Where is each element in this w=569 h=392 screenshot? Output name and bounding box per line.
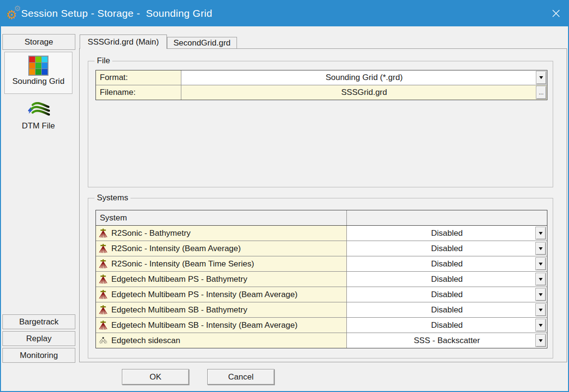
system-mode-value: Disabled <box>431 259 462 269</box>
file-group-title: File <box>95 56 112 66</box>
bargetrack-label: Bargetrack <box>19 317 59 327</box>
system-name: Edgetech Multibeam SB - Bathymetry <box>111 305 247 315</box>
system-mode-select[interactable]: Disabled <box>347 302 547 317</box>
system-mode-select[interactable]: Disabled <box>347 287 547 302</box>
multibeam-icon <box>98 228 108 238</box>
table-row: Edgetech sidescan SSS - Backscatter <box>96 333 547 348</box>
system-mode-select[interactable]: SSS - Backscatter <box>347 333 547 348</box>
system-cell: R2Sonic - Intensity (Beam Average) <box>96 241 347 256</box>
close-button[interactable] <box>549 6 563 21</box>
gears-icon: ⚙ ⚙ <box>6 4 22 23</box>
dropdown-button[interactable] <box>535 273 546 286</box>
system-mode-value: Disabled <box>431 290 462 300</box>
system-name: Edgetech sidescan <box>111 336 180 346</box>
dropdown-button[interactable] <box>535 257 546 270</box>
ok-button[interactable]: OK <box>122 369 189 385</box>
replay-label: Replay <box>26 334 52 344</box>
system-cell: Edgetech Multibeam SB - Intensity (Beam … <box>96 318 347 333</box>
filename-value: SSSGrid.grd <box>341 88 387 97</box>
multibeam-icon <box>98 243 108 254</box>
chevron-down-icon <box>539 339 543 342</box>
cancel-label: Cancel <box>228 372 254 382</box>
tab-secondgrid[interactable]: SecondGrid.grd <box>167 37 237 49</box>
table-row: R2Sonic - Intensity (Beam Time Series) D… <box>96 256 547 271</box>
file-table: Format: Sounding Grid (*.grd) Filename: … <box>95 70 547 100</box>
filename-row: Filename: SSSGrid.grd ... <box>96 85 547 100</box>
sidebar-item-dtm-file[interactable]: DTM File <box>4 97 72 137</box>
ok-label: OK <box>150 372 162 382</box>
cancel-button[interactable]: Cancel <box>207 369 274 385</box>
dropdown-button[interactable] <box>535 227 546 240</box>
sidebar-item-sounding-grid[interactable]: Sounding Grid <box>4 52 72 94</box>
system-cell: R2Sonic - Intensity (Beam Time Series) <box>96 256 347 271</box>
dropdown-button[interactable] <box>535 319 546 332</box>
titlebar: ⚙ ⚙ Session Setup - Storage - Sounding G… <box>0 0 569 26</box>
filename-field[interactable]: SSSGrid.grd ... <box>181 85 547 100</box>
tab-sssgrid-main[interactable]: SSSGrid.grd (Main) <box>80 35 167 49</box>
sidebar-button-replay[interactable]: Replay <box>2 331 75 346</box>
sidebar-item-label: DTM File <box>4 121 72 131</box>
sidebar-item-label: Sounding Grid <box>5 77 72 86</box>
sidescan-icon <box>98 335 108 346</box>
format-dropdown-button[interactable] <box>536 71 546 84</box>
filename-label: Filename: <box>96 85 181 100</box>
system-mode-select[interactable]: Disabled <box>347 272 547 287</box>
system-cell: Edgetech Multibeam SB - Bathymetry <box>96 302 347 317</box>
system-name: R2Sonic - Bathymetry <box>111 229 190 238</box>
system-cell: R2Sonic - Bathymetry <box>96 226 347 241</box>
system-mode-select[interactable]: Disabled <box>347 256 547 271</box>
system-cell: Edgetech sidescan <box>96 333 347 348</box>
system-mode-select[interactable]: Disabled <box>347 226 547 241</box>
tab-label: SSSGrid.grd (Main) <box>88 37 159 47</box>
sounding-grid-icon <box>28 56 48 76</box>
system-name: Edgetech Multibeam PS - Intensity (Beam … <box>111 290 297 300</box>
table-row: Edgetech Multibeam PS - Intensity (Beam … <box>96 287 547 302</box>
system-mode-value: Disabled <box>431 305 462 315</box>
dropdown-button[interactable] <box>535 242 546 255</box>
system-mode-value: Disabled <box>431 275 462 284</box>
format-value: Sounding Grid (*.grd) <box>326 73 403 82</box>
system-mode-select[interactable]: Disabled <box>347 318 547 333</box>
dropdown-button[interactable] <box>535 288 546 301</box>
systems-table-header: System <box>96 210 547 226</box>
tab-label: SecondGrid.grd <box>173 38 230 48</box>
monitoring-label: Monitoring <box>20 351 58 360</box>
chevron-down-icon <box>539 76 543 79</box>
table-row: R2Sonic - Bathymetry Disabled <box>96 226 547 241</box>
system-column-header: System <box>96 210 347 225</box>
dropdown-button[interactable] <box>535 334 546 347</box>
table-row: R2Sonic - Intensity (Beam Average) Disab… <box>96 241 547 256</box>
sidebar-button-bargetrack[interactable]: Bargetrack <box>2 314 75 329</box>
chevron-down-icon <box>539 309 543 311</box>
table-row: Edgetech Multibeam PS - Bathymetry Disab… <box>96 271 547 287</box>
chevron-down-icon <box>539 247 543 250</box>
multibeam-icon <box>98 305 108 315</box>
table-row: Edgetech Multibeam SB - Bathymetry Disab… <box>96 302 547 317</box>
close-icon <box>552 9 560 18</box>
multibeam-icon <box>98 274 108 284</box>
system-mode-select[interactable]: Disabled <box>347 241 547 256</box>
chevron-down-icon <box>539 324 543 327</box>
window-title: Session Setup - Storage - Sounding Grid <box>21 0 212 26</box>
sidebar-section-storage[interactable]: Storage <box>2 34 75 50</box>
multibeam-icon <box>98 289 108 300</box>
system-name: Edgetech Multibeam PS - Bathymetry <box>111 275 247 284</box>
browse-button[interactable]: ... <box>536 86 546 99</box>
dtm-file-icon <box>27 100 50 120</box>
system-cell: Edgetech Multibeam PS - Bathymetry <box>96 272 347 287</box>
value-column-header <box>347 210 547 225</box>
system-cell: Edgetech Multibeam PS - Intensity (Beam … <box>96 287 347 302</box>
storage-section-label: Storage <box>24 37 53 47</box>
systems-group-title: Systems <box>95 193 130 203</box>
session-setup-dialog: ⚙ ⚙ Session Setup - Storage - Sounding G… <box>0 0 569 392</box>
multibeam-icon <box>98 259 108 269</box>
sidebar-button-monitoring[interactable]: Monitoring <box>2 348 75 363</box>
system-name: R2Sonic - Intensity (Beam Average) <box>111 244 241 254</box>
format-row: Format: Sounding Grid (*.grd) <box>96 70 547 85</box>
format-select[interactable]: Sounding Grid (*.grd) <box>181 70 547 85</box>
table-row: Edgetech Multibeam SB - Intensity (Beam … <box>96 317 547 333</box>
format-label: Format: <box>96 70 181 85</box>
multibeam-icon <box>98 320 108 330</box>
system-mode-value: Disabled <box>431 321 462 330</box>
dropdown-button[interactable] <box>535 303 546 316</box>
